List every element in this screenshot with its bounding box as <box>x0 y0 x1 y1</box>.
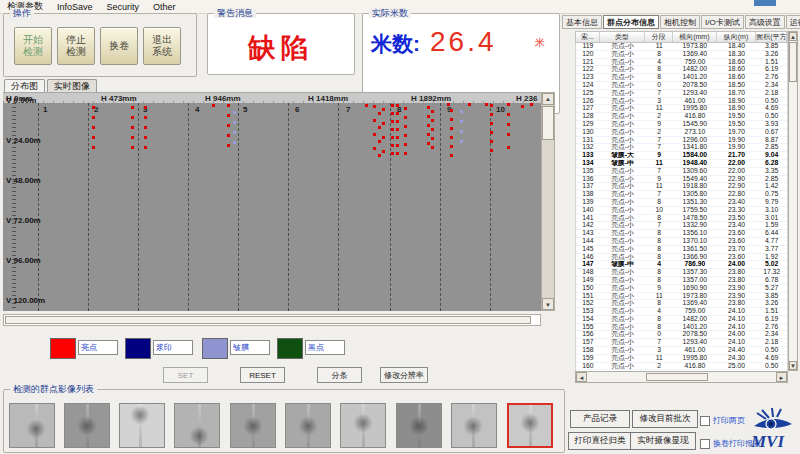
defect-thumbnail-5[interactable] <box>285 403 331 448</box>
table-vscrollbar[interactable]: ▲ ▼ <box>788 31 798 371</box>
table-hscroll-thumb[interactable] <box>646 373 708 381</box>
table-row[interactable]: 137亮点-小111918.8022.901.42 <box>576 183 787 191</box>
legend-label-input-2[interactable]: 皱膜 <box>230 340 270 355</box>
table-row[interactable]: 158亮点-小3461.0024.400.50 <box>576 347 787 355</box>
table-hscroll-left-icon[interactable]: ◄ <box>576 372 587 382</box>
info-tab-3[interactable]: I/O卡测试 <box>701 15 744 29</box>
defect-thumbnail-7[interactable] <box>396 403 442 448</box>
table-row[interactable]: 141亮点-小81478.5023.503.01 <box>576 215 787 223</box>
table-row[interactable]: 126亮点-小3461.0018.900.50 <box>576 98 787 106</box>
table-row[interactable]: 142亮点-小71332.9023.401.59 <box>576 222 787 230</box>
table-hscrollbar[interactable]: ◄ ► <box>575 371 788 383</box>
table-row[interactable]: 122亮点-小81482.0018.606.19 <box>576 66 787 74</box>
defect-thumbnail-4[interactable] <box>230 403 276 448</box>
defect-thumbnail-1[interactable] <box>64 403 110 448</box>
checkbox-icon-1[interactable] <box>700 439 710 449</box>
view-tab-0[interactable]: 分布图 <box>4 79 45 93</box>
chart-vscrollbar[interactable]: ▲ ▼ <box>541 92 555 311</box>
defect-thumbnail-3[interactable] <box>174 403 220 448</box>
table-row[interactable]: 130亮点-小2273.1019.700.67 <box>576 129 787 137</box>
table-row[interactable]: 135亮点-小71309.6022.003.35 <box>576 168 787 176</box>
table-col-header-0[interactable]: 索... <box>576 32 600 42</box>
chart-hscrollbar[interactable] <box>3 314 541 326</box>
table-row[interactable]: 159亮点-小111995.8024.304.69 <box>576 355 787 363</box>
menu-item-1[interactable]: InfoSave <box>50 2 100 12</box>
op-button-1[interactable]: 停止检测 <box>57 27 95 65</box>
table-row[interactable]: 134皱膜-中111948.4022.006.28 <box>576 160 787 168</box>
info-tab-1[interactable]: 群点分布信息 <box>603 15 659 29</box>
table-col-header-1[interactable]: 类型 <box>600 32 646 42</box>
table-row[interactable]: 154亮点-小81482.0024.106.19 <box>576 316 787 324</box>
table-row[interactable]: 153亮点-小4759.0024.101.51 <box>576 308 787 316</box>
table-row[interactable]: 124亮点-小02078.5018.502.34 <box>576 82 787 90</box>
table-row[interactable]: 140亮点-小101759.5023.303.10 <box>576 207 787 215</box>
table-row[interactable]: 143亮点-小81356.1023.606.44 <box>576 230 787 238</box>
table-row[interactable]: 146亮点-小81366.9023.601.92 <box>576 254 787 262</box>
table-col-header-2[interactable]: 分段 <box>645 32 673 42</box>
table-col-header-4[interactable]: 纵向(m) <box>717 32 757 42</box>
table-col-header-3[interactable]: 横向(mm) <box>673 32 717 42</box>
checkbox-icon-0[interactable] <box>700 416 710 426</box>
view-tab-1[interactable]: 实时图像 <box>47 79 97 93</box>
checkbox-row-0[interactable]: 打印两页 <box>700 415 745 426</box>
menu-item-3[interactable]: Other <box>146 2 183 12</box>
op-button-2[interactable]: 换卷 <box>100 27 138 65</box>
table-row[interactable]: 139亮点-小81351.3023.409.79 <box>576 199 787 207</box>
table-row[interactable]: 133皱膜-大91584.0021.709.04 <box>576 152 787 160</box>
table-row[interactable]: 136亮点-小91549.4022.902.85 <box>576 176 787 184</box>
table-row[interactable]: 160亮点-小2416.8025.000.50 <box>576 363 787 371</box>
defect-thumbnail-9[interactable] <box>507 403 553 448</box>
action-button-1[interactable]: RESET <box>240 367 285 383</box>
table-row[interactable]: 119亮点-小111973.8018.403.85 <box>576 43 787 51</box>
legend-label-input-3[interactable]: 黑点 <box>305 340 345 355</box>
table-row[interactable]: 155亮点-小81401.2024.102.76 <box>576 324 787 332</box>
table-row[interactable]: 125亮点-小71293.4018.702.18 <box>576 90 787 98</box>
bottom-button-3[interactable]: 实时摄像显现 <box>630 432 696 450</box>
op-button-3[interactable]: 退出系统 <box>143 27 181 65</box>
chart-hscroll-thumb[interactable] <box>5 316 531 324</box>
action-button-2[interactable]: 分条 <box>317 367 362 383</box>
table-row[interactable]: 120亮点-小81369.4018.303.26 <box>576 51 787 59</box>
defect-thumbnail-0[interactable] <box>9 403 55 448</box>
table-row[interactable]: 138亮点-小71305.8022.800.75 <box>576 191 787 199</box>
info-tab-4[interactable]: 高级设置 <box>745 15 785 29</box>
chart-vscroll-thumb[interactable] <box>542 106 554 140</box>
legend-label-input-1[interactable]: 浆印 <box>153 340 193 355</box>
table-row[interactable]: 127亮点-小111995.8018.904.69 <box>576 105 787 113</box>
table-row[interactable]: 151亮点-小111973.8023.903.85 <box>576 293 787 301</box>
defect-thumbnail-2[interactable] <box>119 403 165 448</box>
bottom-button-0[interactable]: 产品记录 <box>570 410 630 428</box>
chart-vscroll-up-icon[interactable]: ▲ <box>542 93 554 105</box>
info-tab-2[interactable]: 相机控制 <box>660 15 700 29</box>
table-row[interactable]: 144亮点-小81370.1023.604.77 <box>576 238 787 246</box>
table-row[interactable]: 150亮点-小91690.9023.905.27 <box>576 285 787 293</box>
table-row[interactable]: 128亮点-小2416.8019.500.50 <box>576 113 787 121</box>
table-row[interactable]: 147皱膜-中4786.9024.005.02 <box>576 261 787 269</box>
table-row[interactable]: 149亮点-小81357.0023.806.78 <box>576 277 787 285</box>
table-vscroll-up-icon[interactable]: ▲ <box>789 32 797 41</box>
table-row[interactable]: 145亮点-小81361.5023.703.77 <box>576 246 787 254</box>
op-button-0[interactable]: 开始检测 <box>14 27 52 65</box>
table-row[interactable]: 156亮点-小02078.5024.002.34 <box>576 331 787 339</box>
table-row[interactable]: 123亮点-小81401.2018.602.76 <box>576 74 787 82</box>
action-button-3[interactable]: 修改分辨率 <box>380 367 428 383</box>
defect-thumbnail-6[interactable] <box>340 403 386 448</box>
legend-label-input-0[interactable]: 亮点 <box>78 340 118 355</box>
table-vscroll-down-icon[interactable]: ▼ <box>789 361 797 370</box>
table-row[interactable]: 157亮点-小71293.4024.102.18 <box>576 339 787 347</box>
table-row[interactable]: 132亮点-小71341.8019.902.85 <box>576 144 787 152</box>
table-hscroll-right-icon[interactable]: ► <box>776 372 787 382</box>
bottom-button-1[interactable]: 修改目前批次 <box>632 410 698 428</box>
info-tab-5[interactable]: 运行状态信息 <box>786 15 800 29</box>
chart-vscroll-down-icon[interactable]: ▼ <box>542 298 554 310</box>
table-vscroll-thumb[interactable] <box>789 42 797 82</box>
menu-item-2[interactable]: Security <box>100 2 147 12</box>
distribution-plot[interactable]: 12345678910 <box>3 103 541 311</box>
table-col-header-5[interactable]: 面积(平方 <box>756 32 787 42</box>
defect-thumbnail-8[interactable] <box>451 403 497 448</box>
table-row[interactable]: 129亮点-小91545.9019.503.93 <box>576 121 787 129</box>
table-row[interactable]: 148亮点-小81357.3023.8017.32 <box>576 269 787 277</box>
bottom-button-2[interactable]: 打印直径归类 <box>568 432 632 450</box>
table-row[interactable]: 121亮点-小4759.0018.601.51 <box>576 59 787 67</box>
table-row[interactable]: 131亮点-小71296.0019.908.87 <box>576 137 787 145</box>
